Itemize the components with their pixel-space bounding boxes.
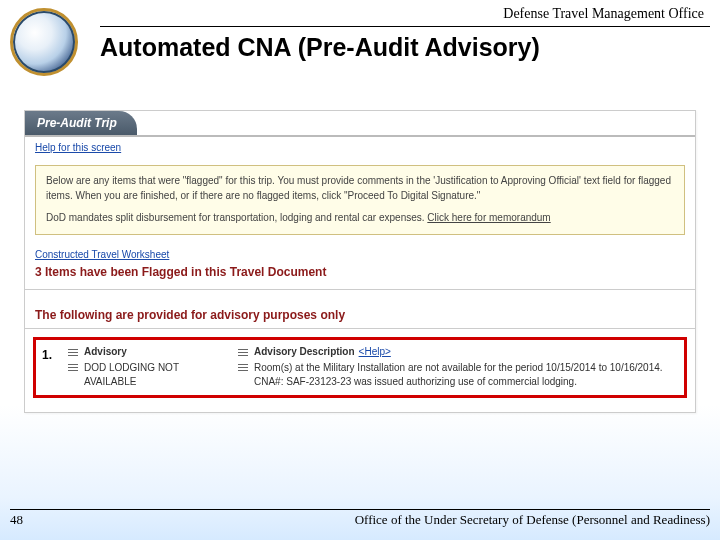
dod-seal-icon	[10, 8, 78, 76]
bullet-icon	[238, 363, 248, 371]
advisory-number: 1.	[40, 344, 62, 391]
advisory-heading: The following are provided for advisory …	[25, 290, 695, 328]
flag-count: 3 Items have been Flagged in this Travel…	[25, 262, 695, 290]
notice-line1: Below are any items that were "flagged" …	[46, 174, 674, 203]
slide-title: Automated CNA (Pre-Audit Advisory)	[100, 33, 710, 62]
footer-org: Office of the Under Secretary of Defense…	[355, 512, 710, 528]
advisory-right-text: Room(s) at the Military Installation are…	[254, 361, 680, 389]
advisory-col-left-label: Advisory	[84, 346, 127, 357]
advisory-highlight-box: 1. Advisory DOD LODGING NOT AVAILABLE	[33, 337, 687, 398]
notice-line2: DoD mandates split disbursement for tran…	[46, 211, 674, 226]
flag-notice: Below are any items that were "flagged" …	[35, 165, 685, 235]
advisory-left-text: DOD LODGING NOT AVAILABLE	[84, 361, 232, 389]
bullet-icon	[68, 348, 78, 356]
memorandum-link[interactable]: Click here for memorandum	[427, 212, 550, 223]
bullet-icon	[238, 348, 248, 356]
advisory-col-head-left: Advisory	[62, 344, 232, 359]
notice-line2-text: DoD mandates split disbursement for tran…	[46, 212, 427, 223]
footer-rule	[10, 509, 710, 510]
page-number: 48	[10, 512, 23, 528]
footer: 48 Office of the Under Secretary of Defe…	[0, 512, 720, 528]
preaudit-panel: Pre-Audit Trip Help for this screen Belo…	[24, 110, 696, 413]
bullet-icon	[68, 363, 78, 371]
office-name: Defense Travel Management Office	[100, 6, 710, 22]
advisory-col-head-right: Advisory Description <Help>	[232, 344, 680, 359]
advisory-left-body: DOD LODGING NOT AVAILABLE	[62, 359, 232, 391]
advisory-right-body: Room(s) at the Military Installation are…	[232, 359, 680, 391]
tab-bar: Pre-Audit Trip	[25, 111, 695, 137]
header: Defense Travel Management Office Automat…	[0, 0, 720, 76]
advisory-col-right-label: Advisory Description	[254, 346, 355, 357]
tab-preaudit[interactable]: Pre-Audit Trip	[25, 111, 137, 135]
constructed-travel-link[interactable]: Constructed Travel Worksheet	[25, 243, 695, 262]
help-screen-link[interactable]: Help for this screen	[25, 137, 695, 157]
advisory-help-link[interactable]: <Help>	[359, 346, 391, 357]
advisory-row: 1. Advisory DOD LODGING NOT AVAILABLE	[40, 344, 680, 391]
header-rule	[100, 26, 710, 27]
